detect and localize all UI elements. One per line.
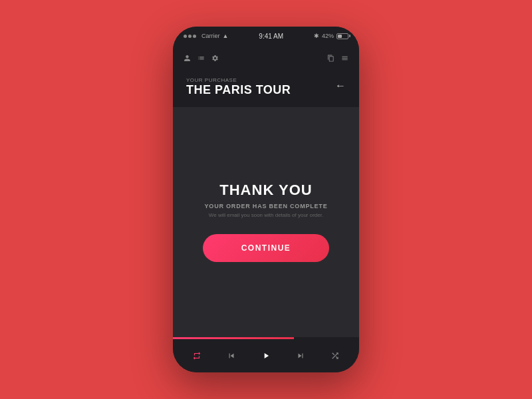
- list-icon[interactable]: [198, 54, 205, 64]
- status-left: Carrier ▲: [184, 33, 228, 39]
- back-button[interactable]: ←: [335, 77, 346, 92]
- battery-icon: [336, 33, 348, 39]
- prev-icon[interactable]: [222, 346, 241, 365]
- phone-frame: Carrier ▲ 9:41 AM ✱ 42%: [173, 27, 359, 372]
- email-note: We will email you soon with details of y…: [209, 212, 323, 218]
- carrier-label: Carrier: [201, 33, 220, 39]
- hamburger-icon[interactable]: [341, 54, 348, 64]
- main-content: THANK YOU YOUR ORDER HAS BEEN COMPLETE W…: [173, 107, 359, 337]
- bluetooth-icon: ✱: [314, 33, 319, 39]
- nav-right-icons: [327, 54, 348, 64]
- nav-left-icons: [184, 54, 219, 64]
- header-text: YOUR PURCHASE THE PARIS TOUR: [186, 77, 291, 98]
- play-icon[interactable]: [257, 346, 275, 365]
- next-icon[interactable]: [291, 346, 310, 365]
- purchase-label: YOUR PURCHASE: [186, 77, 291, 83]
- settings-icon[interactable]: [211, 54, 219, 64]
- thank-you-heading: THANK YOU: [219, 182, 312, 199]
- order-complete-label: YOUR ORDER HAS BEEN COMPLETE: [205, 203, 328, 209]
- wifi-icon: ▲: [223, 33, 229, 39]
- bottom-player: [173, 339, 359, 372]
- battery-percent: 42%: [322, 33, 334, 39]
- header: YOUR PURCHASE THE PARIS TOUR ←: [173, 72, 359, 107]
- continue-button[interactable]: CONTINUE: [203, 234, 329, 262]
- top-nav: [173, 45, 359, 72]
- copy-icon[interactable]: [327, 54, 334, 64]
- status-bar: Carrier ▲ 9:41 AM ✱ 42%: [173, 27, 359, 45]
- shuffle-icon[interactable]: [326, 346, 344, 365]
- status-right: ✱ 42%: [314, 33, 348, 39]
- time-label: 9:41 AM: [259, 33, 283, 40]
- repeat-icon[interactable]: [188, 346, 206, 365]
- signal-dots: [184, 35, 196, 38]
- tour-title: THE PARIS TOUR: [186, 83, 291, 98]
- profile-icon[interactable]: [184, 54, 191, 64]
